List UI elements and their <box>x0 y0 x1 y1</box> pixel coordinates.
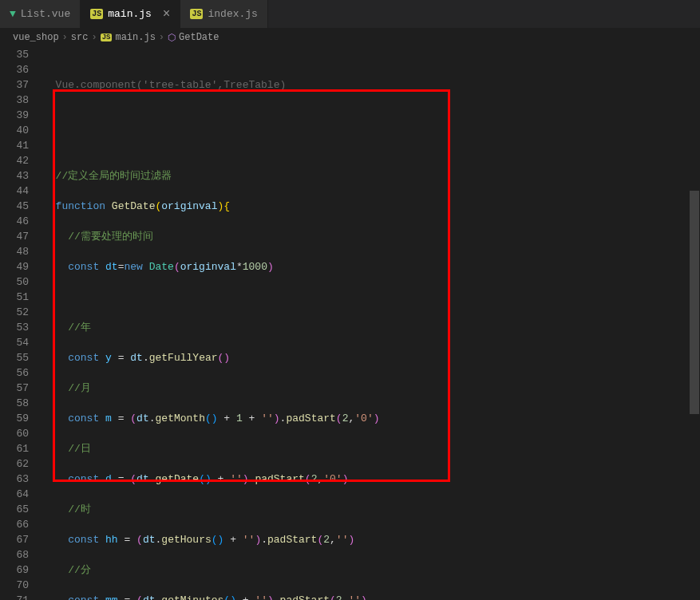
tab-label: List.vue <box>21 8 70 20</box>
chevron-right-icon: › <box>62 32 68 43</box>
js-icon: JS <box>90 9 103 19</box>
method-icon: ⬡ <box>168 32 176 44</box>
code-editor[interactable]: 353637 383940 414243 444546 474849 50515… <box>0 47 700 600</box>
code-content[interactable]: Vue.component('tree-table',TreeTable) //… <box>43 47 700 600</box>
vertical-scrollbar[interactable] <box>689 47 700 598</box>
breadcrumb-item[interactable]: src <box>71 32 89 43</box>
breadcrumb: vue_shop › src › JS main.js › ⬡ GetDate <box>0 28 700 47</box>
close-icon[interactable]: × <box>163 7 171 22</box>
tab-label: index.js <box>208 8 257 20</box>
tab-label: main.js <box>108 8 152 20</box>
scrollbar-thumb[interactable] <box>690 191 699 414</box>
chevron-right-icon: › <box>91 32 97 43</box>
line-number-gutter: 353637 383940 414243 444546 474849 50515… <box>0 47 43 600</box>
js-icon: JS <box>101 34 113 41</box>
breadcrumb-item[interactable]: GetDate <box>179 32 219 43</box>
tab-index-js[interactable]: JS index.js <box>180 0 267 28</box>
editor-tabs: ▼ List.vue JS main.js × JS index.js <box>0 0 700 28</box>
chevron-right-icon: › <box>159 32 164 43</box>
breadcrumb-item[interactable]: main.js <box>115 32 155 43</box>
tab-main-js[interactable]: JS main.js × <box>81 0 180 28</box>
breadcrumb-item[interactable]: vue_shop <box>13 32 59 43</box>
tab-list-vue[interactable]: ▼ List.vue <box>0 0 81 28</box>
vue-icon: ▼ <box>10 8 16 20</box>
js-icon: JS <box>190 9 203 19</box>
